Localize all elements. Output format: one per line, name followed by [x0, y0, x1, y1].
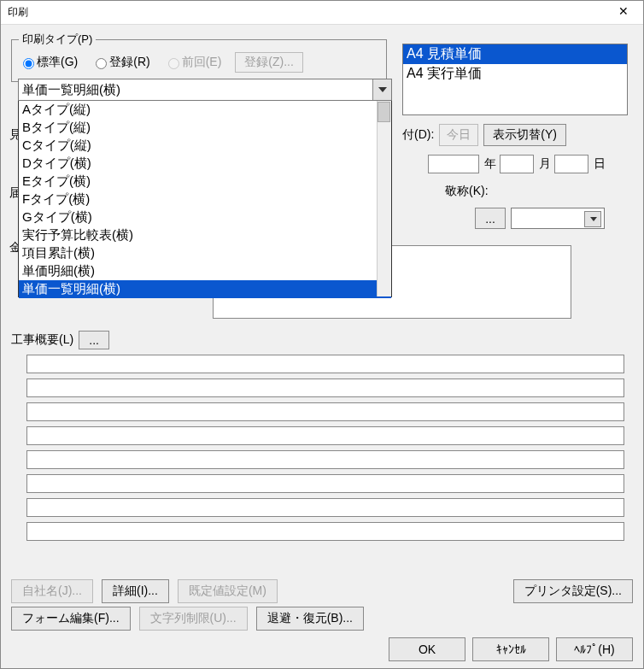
print-type-legend: 印刷タイプ(P): [19, 32, 96, 47]
titlebar: 印刷 ✕: [1, 1, 643, 25]
display-swap-button[interactable]: 表示切替(Y): [483, 124, 566, 146]
kouji-legend-text: 工事概要(L): [11, 332, 73, 348]
ok-button[interactable]: OK: [389, 637, 465, 661]
radio-previous: 前回(E): [164, 55, 222, 70]
radio-register[interactable]: 登録(R): [91, 55, 149, 70]
window-title: 印刷: [8, 5, 28, 20]
radio-previous-input: [168, 58, 179, 69]
kouji-line-6[interactable]: [26, 474, 624, 493]
combo-item-9[interactable]: 単価明細(横): [19, 262, 391, 280]
today-button: 今日: [439, 124, 478, 146]
radio-standard-label: 標準(G): [37, 55, 78, 70]
date-controls: 付(D): 今日 表示切替(Y): [402, 124, 566, 146]
kouji-line-1[interactable]: [26, 355, 624, 373]
radio-standard[interactable]: 標準(G): [19, 55, 78, 70]
combo-item-2[interactable]: Cタイプ(縦): [19, 137, 391, 155]
honorific-select[interactable]: [511, 208, 605, 229]
button-row-1: 自社名(J)... 詳細(I)... 既定値設定(M) プリンタ設定(S)...: [11, 579, 633, 603]
radio-register-input[interactable]: [96, 58, 107, 69]
detail-button[interactable]: 詳細(I)...: [102, 579, 169, 603]
kouji-section: 工事概要(L) ...: [11, 331, 633, 546]
string-limit-button: 文字列制限(U)...: [139, 607, 248, 631]
radio-register-label: 登録(R): [109, 55, 149, 70]
printer-settings-button[interactable]: プリンタ設定(S)...: [513, 579, 633, 603]
month-input[interactable]: [500, 155, 534, 173]
combo-item-0[interactable]: Aタイプ(縦): [19, 101, 391, 119]
combo-item-8[interactable]: 項目累計(横): [19, 244, 391, 262]
kouji-line-3[interactable]: [26, 402, 624, 421]
combo-item-6[interactable]: Gタイプ(横): [19, 208, 391, 226]
button-row-3: OK ｷｬﾝｾﾙ ﾍﾙﾌﾟ(H): [11, 637, 633, 661]
combo-selected-text: 単価一覧明細(横): [22, 82, 120, 98]
combo-display[interactable]: 単価一覧明細(横): [18, 79, 392, 101]
paper-listbox[interactable]: A4 見積単価 A4 実行単価: [402, 44, 628, 115]
honorific-dots-button[interactable]: ...: [475, 208, 506, 229]
save-restore-button[interactable]: 退避・復元(B)...: [256, 607, 364, 631]
honorific-row: ...: [475, 208, 605, 229]
kouji-line-7[interactable]: [26, 498, 624, 517]
register-button: 登録(Z)...: [235, 52, 303, 73]
day-input[interactable]: [554, 155, 588, 173]
combo-item-4[interactable]: Eタイプ(横): [19, 173, 391, 191]
radio-previous-label: 前回(E): [182, 55, 222, 70]
honorific-label: 敬称(K):: [445, 184, 489, 199]
year-unit: 年: [484, 156, 496, 172]
close-icon[interactable]: ✕: [611, 4, 636, 21]
paper-item-0[interactable]: A4 見積単価: [403, 44, 627, 64]
kouji-line-8[interactable]: [26, 522, 624, 541]
combo-scroll-thumb[interactable]: [378, 102, 390, 122]
combo-dropdown-list[interactable]: Aタイプ(縦) Bタイプ(縦) Cタイプ(縦) Dタイプ(横) Eタイプ(横) …: [18, 101, 392, 297]
radio-standard-input[interactable]: [23, 58, 34, 69]
combo-scrollbar[interactable]: [377, 101, 391, 296]
kouji-line-4[interactable]: [26, 426, 624, 445]
combo-item-3[interactable]: Dタイプ(横): [19, 155, 391, 173]
combo-item-5[interactable]: Fタイプ(横): [19, 191, 391, 208]
day-unit: 日: [594, 156, 606, 172]
content-area: 印刷タイプ(P) 標準(G) 登録(R) 前回(E) 登録(Z)... A4: [1, 25, 643, 668]
chevron-down-icon[interactable]: [372, 79, 391, 100]
button-row-2: フォーム編集(F)... 文字列制限(U)... 退避・復元(B)...: [11, 607, 633, 631]
combo-item-1[interactable]: Bタイプ(縦): [19, 119, 391, 137]
print-dialog: 印刷 ✕ 印刷タイプ(P) 標準(G) 登録(R) 前回(E) 登録(Z)...: [0, 0, 644, 669]
company-button: 自社名(J)...: [11, 579, 93, 603]
date-label: 付(D):: [402, 127, 434, 143]
defaults-button: 既定値設定(M): [178, 579, 278, 603]
kouji-line-2[interactable]: [26, 379, 624, 397]
print-type-group: 印刷タイプ(P) 標準(G) 登録(R) 前回(E) 登録(Z)...: [11, 32, 387, 82]
month-unit: 月: [539, 156, 551, 172]
paper-item-1[interactable]: A4 実行単価: [403, 64, 627, 84]
cancel-button[interactable]: ｷｬﾝｾﾙ: [472, 637, 549, 661]
year-input[interactable]: [428, 155, 479, 173]
form-edit-button[interactable]: フォーム編集(F)...: [11, 607, 131, 631]
type-combo[interactable]: 単価一覧明細(横) Aタイプ(縦) Bタイプ(縦) Cタイプ(縦) Dタイプ(横…: [18, 79, 392, 297]
combo-item-7[interactable]: 実行予算比較表(横): [19, 226, 391, 244]
kouji-dots-button[interactable]: ...: [79, 331, 109, 349]
date-fields: 年 月 日: [428, 155, 606, 173]
combo-item-10[interactable]: 単価一覧明細(横): [19, 280, 391, 298]
help-button[interactable]: ﾍﾙﾌﾟ(H): [556, 637, 633, 661]
kouji-line-5[interactable]: [26, 450, 624, 469]
